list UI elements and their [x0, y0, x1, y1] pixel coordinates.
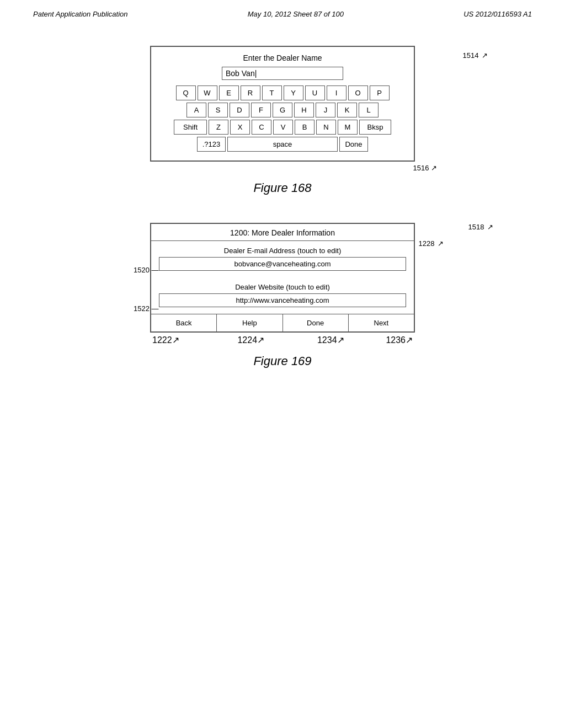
- header-left: Patent Application Publication: [33, 10, 128, 18]
- key-space[interactable]: space: [227, 137, 338, 152]
- key-W[interactable]: W: [198, 85, 217, 100]
- key-V[interactable]: V: [273, 120, 293, 135]
- keyboard-panel: Enter the Dealer Name Q W E R T Y U I O …: [150, 46, 415, 162]
- label-1520: 1520 —: [134, 266, 159, 274]
- key-O[interactable]: O: [348, 85, 368, 100]
- website-section: Dealer Website (touch to edit) http://ww…: [151, 277, 414, 314]
- keyboard-row-2: A S D F G H J K L: [159, 103, 406, 117]
- key-L[interactable]: L: [359, 103, 379, 117]
- key-N[interactable]: N: [316, 120, 336, 135]
- key-T[interactable]: T: [262, 85, 282, 100]
- label-1516: 1516 ↗: [117, 164, 448, 172]
- dealer-info-panel: 1200: More Dealer Information Dealer E-m…: [150, 223, 415, 333]
- label-1222: 1222↗: [152, 335, 179, 345]
- key-M[interactable]: M: [338, 120, 358, 135]
- label-1224: 1224↗: [237, 335, 264, 345]
- key-Z[interactable]: Z: [209, 120, 228, 135]
- action-buttons-row: Back Help Done Next: [151, 314, 414, 331]
- key-S[interactable]: S: [208, 103, 228, 117]
- figure-168-container: Enter the Dealer Name Q W E R T Y U I O …: [117, 46, 448, 172]
- key-Bksp[interactable]: Bksp: [359, 120, 391, 135]
- key-B[interactable]: B: [295, 120, 315, 135]
- key-I[interactable]: I: [327, 85, 347, 100]
- label-1514: 1514 ↗: [462, 51, 488, 60]
- key-D[interactable]: D: [230, 103, 249, 117]
- key-A[interactable]: A: [186, 103, 206, 117]
- website-label: Dealer Website (touch to edit): [159, 283, 406, 291]
- dealer-info-title: 1200: More Dealer Information: [151, 224, 414, 241]
- key-R[interactable]: R: [241, 85, 260, 100]
- label-1518: 1518 ↗: [468, 223, 493, 231]
- key-J[interactable]: J: [316, 103, 335, 117]
- done-button[interactable]: Done: [283, 314, 349, 331]
- dealer-name-input[interactable]: [222, 67, 343, 80]
- figure-169-container: 1520 — 1522 — 1200: More Dealer Informat…: [117, 223, 448, 345]
- help-button[interactable]: Help: [217, 314, 282, 331]
- key-G[interactable]: G: [273, 103, 292, 117]
- key-H[interactable]: H: [294, 103, 314, 117]
- label-1522: 1522 —: [134, 304, 159, 313]
- next-button[interactable]: Next: [349, 314, 414, 331]
- figure-168-caption: Figure 168: [0, 181, 565, 195]
- key-U[interactable]: U: [305, 85, 325, 100]
- label-1234: 1234↗: [317, 335, 344, 345]
- key-C[interactable]: C: [252, 120, 271, 135]
- key-Q[interactable]: Q: [176, 85, 196, 100]
- page-header: Patent Application Publication May 10, 2…: [0, 0, 565, 18]
- back-button[interactable]: Back: [151, 314, 217, 331]
- key-K[interactable]: K: [337, 103, 357, 117]
- keyboard-row-3: Shift Z X C V B N M Bksp: [159, 120, 406, 135]
- figure-169-caption: Figure 169: [0, 354, 565, 368]
- website-value[interactable]: http://www.vanceheating.com: [159, 293, 406, 307]
- key-Y[interactable]: Y: [284, 85, 303, 100]
- key-dot123[interactable]: .?123: [197, 137, 226, 152]
- email-section: Dealer E-mail Address (touch to edit) bo…: [151, 241, 414, 277]
- header-right: US 2012/0116593 A1: [463, 10, 532, 18]
- email-value[interactable]: bobvance@vanceheating.com: [159, 257, 406, 271]
- label-1236: 1236↗: [386, 335, 413, 345]
- bottom-labels: 1222↗ 1224↗ 1234↗ 1236↗: [150, 335, 415, 345]
- key-E[interactable]: E: [219, 85, 239, 100]
- key-F[interactable]: F: [251, 103, 271, 117]
- keyboard-row-4: .?123 space Done: [159, 137, 406, 152]
- keyboard-title: Enter the Dealer Name: [159, 53, 406, 62]
- key-X[interactable]: X: [230, 120, 250, 135]
- email-label: Dealer E-mail Address (touch to edit): [159, 247, 406, 255]
- key-P[interactable]: P: [370, 85, 390, 100]
- key-Done[interactable]: Done: [339, 137, 368, 152]
- key-Shift[interactable]: Shift: [174, 120, 207, 135]
- keyboard-row-1: Q W E R T Y U I O P: [159, 85, 406, 100]
- header-middle: May 10, 2012 Sheet 87 of 100: [248, 10, 344, 18]
